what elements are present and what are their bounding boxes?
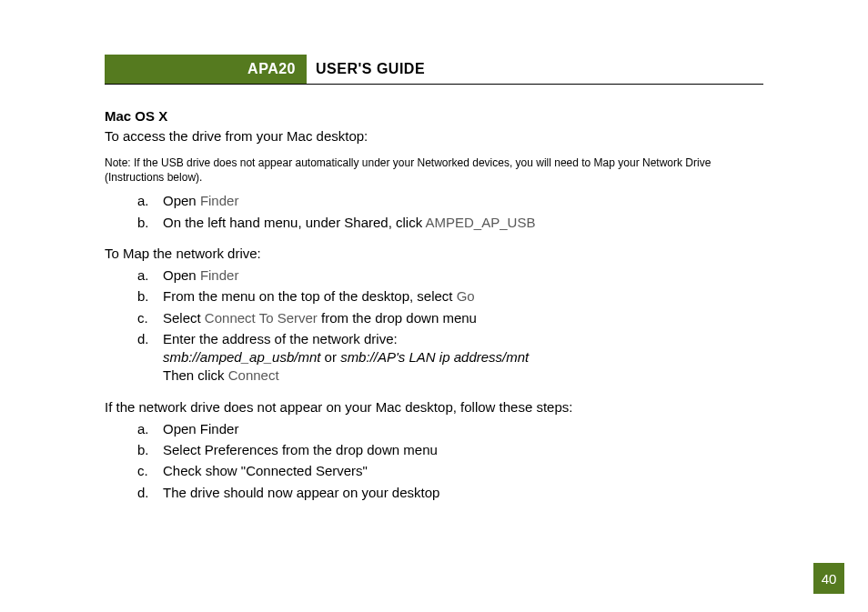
item-letter: b. — [137, 214, 149, 232]
item-letter: a. — [137, 420, 149, 438]
item-text: from the drop down menu — [318, 310, 477, 326]
item-letter: b. — [137, 441, 149, 459]
item-text-gray: Connect To Server — [205, 310, 318, 326]
item-letter: c. — [137, 309, 148, 327]
list-item: a. Open Finder — [137, 420, 763, 438]
item-text-gray: AMPED_AP_USB — [426, 215, 536, 230]
list-item: c. Check show "Connected Servers" — [137, 462, 763, 480]
item-text-gray: Finder — [200, 267, 239, 283]
item-letter: b. — [137, 287, 149, 306]
list-item: a. Open Finder — [137, 192, 763, 210]
item-text: Check show "Connected Servers" — [163, 463, 368, 478]
header-product-badge: APA20 — [105, 55, 307, 84]
item-text: From the menu on the top of the desktop,… — [163, 288, 457, 304]
header-band: APA20 USER'S GUIDE — [105, 55, 763, 85]
list-item: b. Select Preferences from the drop down… — [137, 441, 763, 459]
page-number-badge: 40 — [813, 563, 844, 594]
section2-list: a. Open Finder b. From the menu on the t… — [137, 266, 763, 386]
item-text: Open — [163, 193, 200, 208]
section-title-macosx: Mac OS X — [105, 108, 763, 124]
list-item: d. Enter the address of the network driv… — [137, 330, 763, 386]
item-text-gray: Go — [457, 288, 475, 304]
item-text: Enter the address of the network drive: — [163, 330, 763, 348]
item-text: Select Preferences from the drop down me… — [163, 442, 438, 457]
list-item: b. On the left hand menu, under Shared, … — [137, 214, 763, 232]
item-letter: a. — [137, 266, 149, 285]
item-letter: d. — [137, 330, 149, 348]
item-text: Open Finder — [163, 421, 238, 436]
item-text-addresses: smb://amped_ap_usb/mnt or smb://AP's LAN… — [163, 348, 763, 366]
address-1: smb://amped_ap_usb/mnt — [163, 349, 320, 365]
list-item: c. Select Connect To Server from the dro… — [137, 309, 763, 327]
or-separator: or — [320, 349, 340, 365]
document-page: APA20 USER'S GUIDE Mac OS X To access th… — [0, 0, 868, 551]
list-item: b. From the menu on the top of the deskt… — [137, 287, 763, 306]
section2-intro: To Map the network drive: — [105, 245, 763, 263]
item-text-gray: Finder — [200, 193, 239, 208]
item-letter: d. — [137, 484, 149, 502]
section1-list: a. Open Finder b. On the left hand menu,… — [137, 192, 763, 232]
list-item: a. Open Finder — [137, 266, 763, 285]
item-text: Select — [163, 310, 205, 326]
item-letter: c. — [137, 462, 148, 480]
section3-list: a. Open Finder b. Select Preferences fro… — [137, 420, 763, 502]
section3-intro: If the network drive does not appear on … — [105, 398, 763, 416]
section1-note: Note: If the USB drive does not appear a… — [105, 156, 763, 185]
item-text: Open — [163, 267, 200, 283]
address-2: smb://AP's LAN ip address/mnt — [340, 349, 529, 365]
then-pre: Then click — [163, 367, 228, 383]
item-text: On the left hand menu, under Shared, cli… — [163, 215, 426, 230]
item-text-then: Then click Connect — [163, 366, 763, 385]
section1-intro: To access the drive from your Mac deskto… — [105, 127, 763, 145]
item-letter: a. — [137, 192, 149, 210]
item-text: The drive should now appear on your desk… — [163, 485, 439, 500]
then-gray: Connect — [228, 367, 279, 383]
header-title: USER'S GUIDE — [307, 55, 425, 84]
list-item: d. The drive should now appear on your d… — [137, 484, 763, 502]
